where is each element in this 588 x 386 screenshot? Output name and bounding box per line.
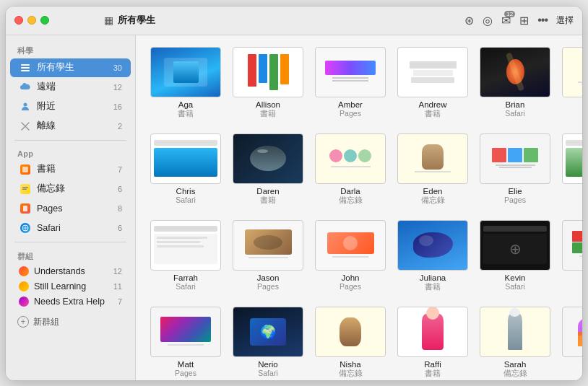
sidebar-item-pages[interactable]: Pages 8	[10, 199, 131, 218]
nearby-count: 16	[113, 102, 122, 111]
student-thumb-farrah	[150, 220, 221, 271]
student-app: Safari	[505, 109, 524, 118]
student-card-juliana[interactable]: Juliana書籍	[394, 217, 471, 295]
student-card-sarah[interactable]: Sarah備忘錄	[477, 304, 553, 380]
student-app: Pages	[504, 196, 526, 204]
student-card-jason[interactable]: JasonPages	[230, 217, 306, 295]
sidebar-item-understands[interactable]: Understands 12	[10, 264, 131, 278]
titlebar-actions: ⊛ ◎ ✉ 12 ⊞ ••• 選擇	[464, 14, 574, 27]
content-area: Aga書籍Allison書籍AmberPagesAndrew書籍BrianSaf…	[136, 35, 582, 380]
student-card-brian[interactable]: BrianSafari	[477, 44, 553, 122]
offline-count: 2	[118, 122, 122, 131]
student-card-allison[interactable]: Allison書籍	[230, 44, 306, 122]
layers-button[interactable]: ⊛	[464, 14, 474, 27]
books-count: 7	[118, 165, 122, 174]
svg-rect-0	[21, 64, 30, 66]
student-name: Allison	[256, 100, 280, 109]
student-card-farrah[interactable]: FarrahSafari	[147, 217, 224, 295]
student-card-john[interactable]: JohnPages	[312, 217, 389, 295]
student-card-nisha[interactable]: Nisha備忘錄	[312, 304, 389, 380]
student-name: Amber	[338, 100, 363, 109]
sidebar-item-books[interactable]: 書籍 7	[10, 160, 131, 179]
student-card-nerio[interactable]: 🌍NerioSafari	[230, 304, 306, 380]
all-students-count: 30	[113, 63, 122, 72]
student-name: Farrah	[173, 273, 198, 282]
student-card-chella[interactable]: Chella備忘錄	[559, 44, 582, 122]
list-icon	[19, 61, 32, 74]
student-thumb-elie	[480, 133, 550, 184]
student-thumb-juliana	[397, 220, 468, 271]
cloud-icon	[19, 81, 32, 94]
student-app: 備忘錄	[503, 369, 527, 379]
student-app: Pages	[175, 369, 196, 377]
sidebar-item-still-learning[interactable]: Still Learning 11	[10, 279, 131, 294]
sidebar-item-remote[interactable]: 遠端 12	[10, 78, 131, 97]
remote-count: 12	[113, 83, 122, 92]
all-students-label: 所有學生	[37, 61, 108, 74]
student-app: 備忘錄	[339, 369, 363, 379]
student-app: 書籍	[178, 109, 194, 119]
student-thumb-matt	[150, 307, 221, 357]
student-name: Raffi	[424, 360, 441, 369]
student-card-aga[interactable]: Aga書籍	[147, 44, 224, 122]
sidebar-item-needs-help[interactable]: Needs Extra Help 7	[10, 294, 131, 309]
student-name: Daren	[256, 187, 279, 196]
student-thumb-john	[315, 220, 386, 271]
sidebar-item-nearby[interactable]: 附近 16	[10, 97, 131, 116]
sidebar-item-offline[interactable]: 離線 2	[10, 117, 131, 136]
student-thumb-brian	[480, 47, 550, 97]
student-app: 書籍	[425, 282, 441, 292]
close-button[interactable]	[14, 16, 23, 25]
student-card-chris[interactable]: ChrisSafari	[147, 131, 224, 209]
student-thumb-nisha	[315, 307, 386, 357]
remote-label: 遠端	[37, 81, 108, 93]
student-card-darla[interactable]: Darla備忘錄	[312, 131, 389, 209]
safari-count: 6	[118, 224, 122, 232]
needs-help-count: 7	[118, 297, 122, 306]
student-thumb-amber	[315, 47, 386, 97]
student-app: 書籍	[425, 109, 441, 119]
pages-icon	[19, 202, 32, 215]
student-name: Andrew	[419, 100, 447, 109]
divider-1	[14, 140, 126, 141]
maximize-button[interactable]	[40, 16, 49, 25]
student-name: Nisha	[340, 360, 360, 369]
titlebar: ▦ 所有學生 ⊛ ◎ ✉ 12 ⊞ ••• 選擇	[6, 6, 582, 35]
new-group-label: 新群組	[33, 316, 59, 328]
notes-label: 備忘錄	[37, 183, 113, 195]
still-learning-label: Still Learning	[34, 281, 108, 291]
mail-button[interactable]: ✉ 12	[501, 14, 511, 27]
student-card-tammy[interactable]: TammyPages	[559, 304, 582, 380]
student-app: Safari	[176, 196, 195, 204]
student-thumb-kyle	[562, 220, 582, 271]
student-name: Nerio	[258, 360, 277, 369]
student-app: 備忘錄	[421, 196, 445, 206]
select-button[interactable]: 選擇	[556, 14, 574, 27]
sidebar-item-notes[interactable]: 備忘錄 6	[10, 180, 131, 198]
student-thumb-chella	[562, 47, 582, 97]
pages-count: 8	[118, 204, 122, 213]
minimize-button[interactable]	[27, 16, 36, 25]
understands-label: Understands	[34, 266, 108, 276]
grid-button[interactable]: ⊞	[519, 14, 529, 27]
sidebar-item-safari[interactable]: Safari 6	[10, 219, 131, 237]
student-app: Pages	[340, 282, 361, 291]
student-name: Brian	[506, 100, 525, 109]
student-card-daren[interactable]: Daren書籍	[230, 131, 306, 209]
student-card-eden[interactable]: Eden備忘錄	[394, 131, 471, 209]
student-card-elie[interactable]: EliePages	[477, 131, 553, 209]
student-thumb-kevin: ⊕	[480, 220, 550, 271]
student-card-andrew[interactable]: Andrew書籍	[394, 44, 471, 122]
student-card-kevin[interactable]: ⊕KevinSafari	[477, 217, 553, 295]
new-group-button[interactable]: + 新群組	[6, 312, 135, 333]
student-card-amber[interactable]: AmberPages	[312, 44, 389, 122]
target-button[interactable]: ◎	[483, 14, 493, 27]
student-card-ethan[interactable]: EthanSafari	[559, 131, 582, 209]
student-card-kyle[interactable]: KylePages	[559, 217, 582, 295]
sidebar-item-all-students[interactable]: 所有學生 30	[10, 58, 131, 77]
more-button[interactable]: •••	[537, 14, 548, 27]
titlebar-center: ▦ 所有學生	[104, 14, 459, 27]
student-name: Jason	[257, 273, 280, 282]
student-card-raffi[interactable]: Raffi書籍	[394, 304, 471, 380]
student-card-matt[interactable]: MattPages	[147, 304, 224, 380]
